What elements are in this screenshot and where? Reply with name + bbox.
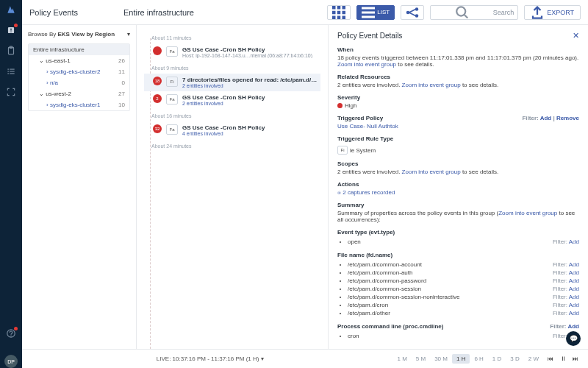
tree-cluster[interactable]: › sysdig-eks-cluster211 <box>29 66 129 77</box>
list-icon[interactable] <box>6 66 16 77</box>
filter-add[interactable]: Add <box>569 269 579 276</box>
alert-icon[interactable] <box>6 25 16 35</box>
severity-value: High <box>345 102 356 109</box>
related-resources-label: Related Resources <box>337 74 579 80</box>
time-range-button[interactable]: 30 M <box>430 354 452 364</box>
svg-rect-23 <box>362 11 375 13</box>
avatar[interactable]: DP <box>4 355 18 368</box>
search-placeholder: Search <box>493 9 514 16</box>
filter-add[interactable]: Add <box>569 310 579 316</box>
filter-add[interactable]: Add <box>569 302 579 308</box>
search-input[interactable]: Search <box>430 5 518 20</box>
bottombar: LIVE: 10:37:16 PM - 11:37:16 PM (1 H) ▾ … <box>22 349 588 368</box>
list-item: /etc/pam.d/common-authFilter: Add <box>348 269 579 277</box>
view-graph-button[interactable] <box>401 5 424 20</box>
time-range-button[interactable]: 2 W <box>524 354 543 364</box>
event-type-label: Event type (evt.type) <box>337 229 579 236</box>
event-row[interactable]: 2FaGS Use Case -Cron SH Policy2 entities… <box>144 91 320 109</box>
svg-rect-16 <box>332 10 336 14</box>
event-marker <box>153 46 162 55</box>
svg-rect-9 <box>7 73 9 74</box>
view-list-label: LIST <box>377 9 390 15</box>
clipboard-icon[interactable] <box>6 46 16 56</box>
timeline-section: About 16 minutes <box>151 113 320 118</box>
filter-add[interactable]: Add <box>569 286 579 292</box>
scan-icon[interactable] <box>6 87 16 97</box>
event-row[interactable]: FaGS Use Case -Cron SH PolicyHost: ip-19… <box>144 43 320 61</box>
time-range-button[interactable]: 5 M <box>412 354 430 364</box>
svg-rect-1 <box>10 29 11 31</box>
filter-remove[interactable]: Remove <box>556 115 579 121</box>
detail-title: Policy Event Details✕ <box>337 31 579 40</box>
breadcrumb: Entire infrastructure <box>123 8 321 17</box>
event-tag: Fa <box>166 94 178 105</box>
svg-rect-13 <box>332 6 336 10</box>
event-marker: 32 <box>153 124 162 133</box>
zoom-link[interactable]: Zoom into event group <box>498 210 557 216</box>
svg-rect-15 <box>343 6 346 10</box>
chat-fab[interactable]: 💬 <box>566 331 581 346</box>
zoom-link[interactable]: Zoom into event group <box>337 61 396 68</box>
filter-add[interactable]: Add <box>540 115 552 121</box>
list-item: cronFilter: Add <box>348 332 579 340</box>
zoom-link[interactable]: Zoom into event group <box>402 169 461 175</box>
svg-rect-20 <box>337 15 341 19</box>
logo-icon[interactable] <box>6 4 16 15</box>
timeline: About 11 minutes FaGS Use Case -Cron SH … <box>137 25 328 349</box>
time-range-button[interactable]: 6 H <box>470 354 487 364</box>
page-title: Policy Events <box>29 8 118 17</box>
svg-rect-14 <box>337 6 341 10</box>
time-range-button[interactable]: 3 D <box>506 354 523 364</box>
filter-add[interactable]: Add <box>569 277 579 284</box>
list-item: /etc/pam.d/common-sessionFilter: Add <box>348 285 579 293</box>
svg-rect-21 <box>343 15 346 19</box>
pause-icon[interactable]: ⏸ <box>558 354 568 364</box>
when-label: When <box>337 46 579 53</box>
help-icon[interactable] <box>6 328 16 339</box>
svg-point-28 <box>456 7 465 15</box>
tree-cluster[interactable]: › sysdig-eks-cluster110 <box>29 99 129 110</box>
svg-rect-7 <box>7 71 9 71</box>
time-range-button[interactable]: 1 D <box>488 354 506 364</box>
list-item: /etc/pam.d/common-session-noninteractive… <box>348 293 579 301</box>
browse-by[interactable]: Browse By EKS View by Region ▾ <box>28 31 130 38</box>
proc-list: cronFilter: Add <box>337 332 579 340</box>
time-range-button[interactable]: 1 H <box>452 354 470 364</box>
svg-rect-17 <box>337 10 341 14</box>
event-tag: Fa <box>166 124 178 135</box>
file-name-label: File name (fd.name) <box>337 252 579 258</box>
filter-add[interactable]: Add <box>569 238 579 245</box>
view-grid-button[interactable] <box>327 5 351 20</box>
event-row[interactable]: 32FaGS Use Case -Cron SH Policy4 entitie… <box>144 121 320 139</box>
triggered-policy-value[interactable]: Use Case- Null Authtok <box>337 123 579 130</box>
timeline-section: About 24 minutes <box>151 144 320 149</box>
filter-add[interactable]: Add <box>569 261 579 268</box>
event-row-selected[interactable]: 18Fi7 directories/files opened for read:… <box>144 74 320 91</box>
skip-forward-icon[interactable]: ⏭ <box>570 354 581 364</box>
tree-region[interactable]: ⌄ us-east-126 <box>29 55 129 66</box>
view-list-button[interactable]: LIST <box>356 5 395 20</box>
svg-rect-18 <box>343 10 346 14</box>
detail-panel: Policy Event Details✕ When 18 policy eve… <box>328 25 588 349</box>
tree-region[interactable]: ⌄ us-west-227 <box>29 88 129 99</box>
tree-cluster[interactable]: › n/a0 <box>29 77 129 88</box>
svg-rect-19 <box>332 15 336 19</box>
skip-back-icon[interactable]: ⏮ <box>545 354 556 364</box>
time-range-button[interactable]: 1 M <box>392 354 411 364</box>
sidebar: Browse By EKS View by Region ▾ Entire in… <box>22 25 137 349</box>
proc-cmdline-label: Process command line (proc.cmdline)Filte… <box>337 323 579 330</box>
actions-value[interactable]: ⍟ 2 captures recorded <box>337 189 579 196</box>
svg-rect-10 <box>10 73 14 74</box>
severity-label: Severity <box>337 94 579 101</box>
tree-root[interactable]: Entire infrastructure <box>29 44 129 55</box>
summary-label: Summary <box>337 202 579 208</box>
close-icon[interactable]: ✕ <box>573 31 579 40</box>
file-name-list: /etc/pam.d/common-accountFilter: Add/etc… <box>337 261 579 317</box>
zoom-link[interactable]: Zoom into event group <box>402 82 461 88</box>
filter-add[interactable]: Add <box>569 294 579 300</box>
svg-rect-5 <box>7 69 9 70</box>
export-button[interactable]: EXPORT <box>524 5 581 20</box>
svg-rect-8 <box>10 71 14 71</box>
filter-add[interactable]: Add <box>567 323 579 330</box>
svg-rect-6 <box>10 69 14 70</box>
